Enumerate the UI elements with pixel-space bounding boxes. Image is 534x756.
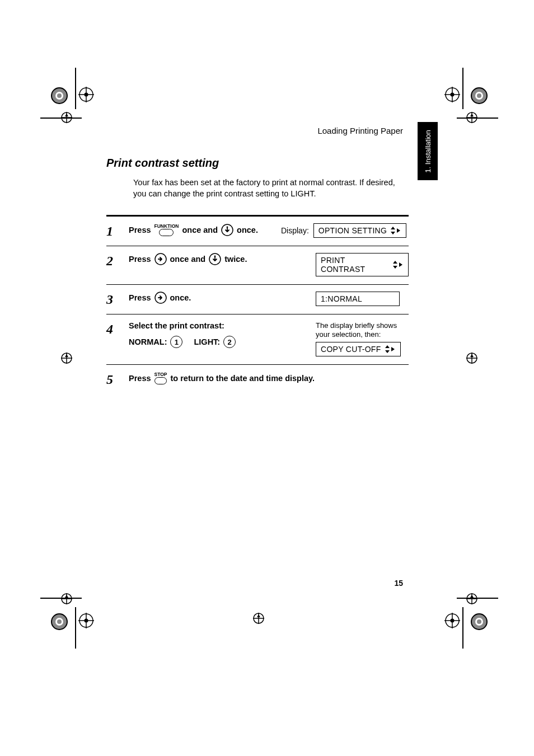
registration-arrow-icon (253, 613, 264, 626)
crop-mark (462, 68, 463, 109)
keypad-1-icon: 1 (170, 336, 182, 348)
registration-arrow-icon (61, 353, 72, 366)
chapter-tab: 1. Installation (418, 122, 438, 180)
registration-arrow-icon (466, 593, 477, 607)
lcd-text: OPTION SETTING (318, 226, 387, 235)
text: to return to the date and time display. (171, 374, 315, 383)
step-rhs: PRINT CONTRAST (316, 253, 409, 276)
up-down-right-arrows-icon (381, 345, 396, 353)
registration-donut-icon (50, 613, 68, 633)
text: twice. (224, 255, 247, 264)
text: NORMAL: (129, 337, 167, 346)
display-label: Display: (281, 226, 309, 235)
text: Press (129, 255, 151, 264)
step-rhs: Display: OPTION SETTING (316, 223, 409, 238)
text: Press (129, 226, 151, 234)
step-body: Press once. (129, 292, 309, 304)
lcd-text: PRINT CONTRAST (321, 256, 389, 274)
step-body: Press once and twice. (129, 253, 309, 265)
right-arrow-key-icon (154, 292, 167, 304)
crop-mark (457, 118, 498, 119)
key-label: FUNKTION (154, 223, 179, 229)
keypad-2-icon: 2 (223, 336, 236, 348)
step-row: 2 Press once and twice. PRINT CONTRAST (106, 246, 409, 284)
registration-crosshair-icon (444, 87, 460, 105)
crop-mark (75, 68, 76, 109)
registration-crosshair-icon (78, 613, 94, 631)
display-note: The display briefly shows your selection… (316, 321, 409, 339)
text: Select the print contrast: (129, 321, 224, 330)
chapter-tab-label: 1. Installation (424, 130, 432, 173)
page-number: 15 (394, 579, 403, 588)
section-intro: Your fax has been set at the factory to … (133, 177, 409, 199)
lcd-display: PRINT CONTRAST (316, 253, 409, 276)
step-number: 4 (106, 321, 122, 336)
right-arrow-key-icon (154, 253, 167, 265)
lcd-display: COPY CUT-OFF (316, 342, 401, 356)
funktion-key-icon: FUNKTION (154, 223, 179, 236)
running-head: Loading Printing Paper (317, 126, 403, 135)
down-arrow-key-icon (209, 253, 221, 265)
text: once. (170, 293, 191, 302)
registration-donut-icon (470, 613, 488, 633)
step-rhs: The display briefly shows your selection… (316, 321, 409, 356)
step-number: 3 (106, 292, 122, 306)
text: LIGHT: (194, 337, 220, 346)
registration-crosshair-icon (444, 613, 460, 631)
key-label: STOP (154, 372, 167, 377)
lcd-display: OPTION SETTING (313, 223, 406, 238)
text: once and (170, 255, 206, 264)
content-area: Print contrast setting Your fax has been… (106, 157, 409, 394)
text: Press (129, 374, 151, 383)
lcd-display: 1:NORMAL (316, 292, 400, 306)
section-title: Print contrast setting (106, 157, 409, 170)
step-row: 5 Press STOP to return to the date and t… (106, 364, 409, 394)
step-number: 2 (106, 253, 122, 267)
down-arrow-key-icon (221, 224, 233, 236)
registration-arrow-icon (466, 112, 477, 125)
step-row: 4 Select the print contrast: NORMAL: 1 L… (106, 314, 409, 364)
text: once. (237, 226, 258, 234)
stop-key-icon: STOP (154, 372, 167, 384)
crop-mark (75, 607, 76, 649)
step-body: Press STOP to return to the date and tim… (129, 372, 397, 384)
registration-arrow-icon (61, 112, 72, 125)
lcd-text: 1:NORMAL (321, 294, 362, 303)
step-number: 1 (106, 223, 122, 238)
registration-donut-icon (470, 87, 488, 107)
registration-donut-icon (50, 87, 68, 107)
text: once and (182, 226, 218, 234)
step-list: 1 Press FUNKTION once and once. (106, 215, 409, 394)
text: Press (129, 293, 151, 302)
page: Loading Printing Paper 1. Installation P… (0, 0, 534, 756)
step-row: 3 Press once. 1:NORMAL (106, 284, 409, 314)
step-rhs: 1:NORMAL (316, 292, 409, 306)
registration-crosshair-icon (78, 87, 94, 105)
crop-mark (457, 598, 498, 599)
step-body: Select the print contrast: NORMAL: 1 LIG… (129, 321, 309, 348)
up-down-right-arrows-icon (389, 261, 404, 269)
up-down-right-arrows-icon (387, 227, 401, 234)
registration-arrow-icon (61, 593, 72, 607)
step-row: 1 Press FUNKTION once and once. (106, 215, 409, 246)
registration-arrow-icon (466, 353, 477, 366)
crop-mark (462, 607, 463, 649)
lcd-text: COPY CUT-OFF (321, 345, 381, 354)
step-number: 5 (106, 372, 122, 386)
